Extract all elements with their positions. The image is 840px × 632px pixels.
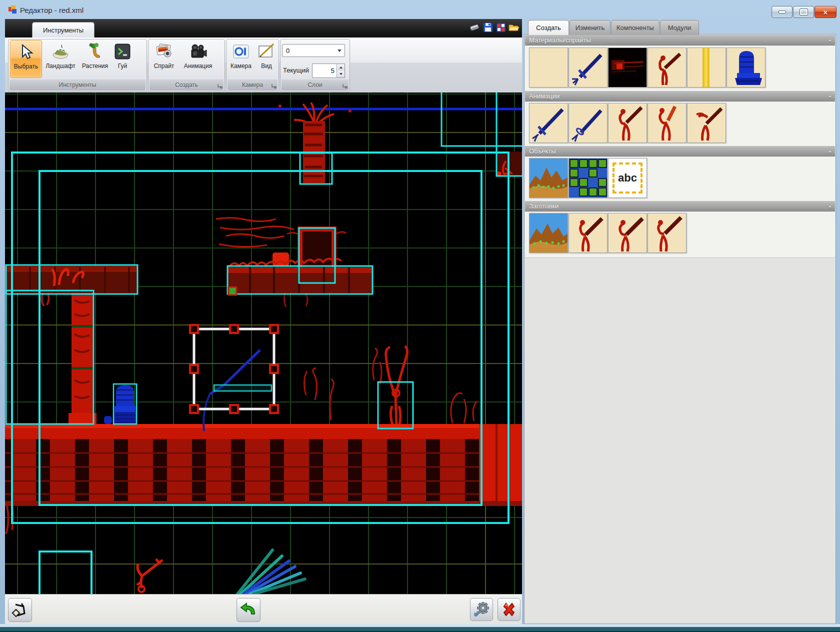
open-folder-icon[interactable]	[508, 22, 520, 33]
title-bar[interactable]: Редактор - red.xml ×	[0, 0, 840, 19]
dialog-launcher-icon[interactable]	[217, 83, 223, 89]
dialog-launcher-icon[interactable]	[271, 83, 277, 89]
plants-tool-label: Растения	[82, 62, 108, 70]
section-header-objects[interactable]: Объекты ▴	[525, 146, 835, 156]
gui-tool-button[interactable]: Гуй	[111, 40, 134, 78]
tab-edit[interactable]: Изменить	[570, 20, 610, 35]
combo-dropdown-icon[interactable]	[335, 46, 344, 56]
section-title: Заготовки	[529, 202, 558, 210]
thumbnail-figure-anim-1[interactable]	[608, 103, 647, 143]
node-tool-icon	[12, 602, 28, 618]
close-icon: ×	[824, 8, 828, 16]
view-tool-button[interactable]: Вид	[256, 40, 277, 78]
group-layers-label: Слои	[282, 80, 348, 90]
camera-tool-button[interactable]: Камера	[226, 40, 256, 78]
section-title: Анимации	[529, 92, 560, 100]
camera-icon	[232, 42, 250, 61]
thumbnail-figure-template-2[interactable]	[608, 213, 647, 253]
landscape-tool-button[interactable]: Ландшафт	[43, 40, 78, 78]
app-icon	[8, 5, 17, 14]
thumbnail-red-figure[interactable]	[648, 48, 686, 88]
group-instruments-label: Инструменты	[10, 80, 146, 90]
thumbnail-red-level[interactable]	[608, 48, 647, 88]
thumbnail-text-object[interactable]: abc	[608, 158, 647, 198]
terminal-icon	[113, 42, 132, 61]
gui-tool-label: Гуй	[118, 62, 127, 70]
collapse-icon[interactable]: ▴	[828, 148, 831, 154]
current-layer-value: 5	[312, 64, 336, 78]
green-handle	[228, 287, 236, 295]
thumbnail-blue-sword[interactable]	[568, 48, 608, 88]
minimize-button[interactable]	[772, 6, 792, 18]
node-tool-button[interactable]	[8, 598, 32, 622]
thumbnail-landscape-object[interactable]	[529, 158, 568, 198]
tab-instruments[interactable]: Инструменты	[32, 22, 94, 38]
tab-components[interactable]: Компоненты	[611, 20, 660, 35]
select-tool-label: Выбрать	[14, 63, 38, 70]
select-tool-button[interactable]: Выбрать	[10, 40, 42, 78]
delete-x-icon	[501, 602, 517, 618]
minimize-icon	[778, 10, 786, 14]
collapse-icon[interactable]: ▴	[828, 38, 831, 42]
section-title: Материалы/спрайты	[529, 36, 591, 44]
clear-icon[interactable]	[469, 22, 481, 33]
thumbnail-figure-anim-3[interactable]	[687, 103, 726, 143]
tab-modules[interactable]: Модули	[660, 20, 699, 35]
thumbnail-figure-template-3[interactable]	[648, 213, 686, 253]
thumbnail-blank-material[interactable]	[529, 48, 568, 88]
layer-combobox-value: 0	[286, 47, 290, 54]
red-figure-sprite	[386, 346, 408, 426]
thumbnail-sword-anim-2[interactable]	[568, 103, 608, 143]
landscape-tool-label: Ландшафт	[46, 62, 76, 70]
collapse-icon[interactable]: ▴	[828, 94, 831, 98]
abc-text: abc	[612, 162, 642, 194]
settings-gear-icon	[473, 601, 490, 618]
section-header-templates[interactable]: Заготовки ▴	[525, 201, 835, 212]
view-icon	[257, 42, 276, 61]
red-scribbles	[216, 218, 294, 246]
thumbnail-sword-anim-1[interactable]	[529, 103, 568, 143]
plant-icon	[86, 42, 104, 61]
thumbnail-blue-throne[interactable]	[726, 48, 766, 88]
plants-tool-button[interactable]: Растения	[79, 40, 111, 78]
landscape-icon	[51, 42, 70, 61]
teal-fan-sprite	[238, 550, 305, 594]
view-tool-label: Вид	[261, 62, 272, 70]
spinner-up-icon[interactable]	[337, 64, 344, 71]
maximize-button[interactable]	[793, 6, 814, 18]
undo-button[interactable]	[236, 598, 260, 622]
section-title: Объекты	[529, 148, 556, 155]
sprite-tool-button[interactable]: Спрайт	[150, 40, 178, 78]
sprite-tool-label: Спрайт	[154, 62, 174, 70]
dialog-launcher-icon[interactable]	[342, 83, 348, 89]
modules-icon[interactable]	[495, 22, 507, 33]
spinner-down-icon[interactable]	[337, 71, 344, 78]
save-icon[interactable]	[482, 22, 494, 33]
group-create-label: Создать	[150, 80, 224, 90]
thumbnail-figure-template-1[interactable]	[568, 213, 608, 253]
section-header-materials[interactable]: Материалы/спрайты ▴	[525, 35, 835, 46]
thumbnail-yellow-stripe[interactable]	[687, 48, 726, 88]
layer-combobox[interactable]: 0	[282, 44, 345, 57]
collapse-icon[interactable]: ▴	[828, 204, 831, 208]
tab-create[interactable]: Создать	[528, 20, 569, 35]
sprite-icon	[154, 42, 174, 61]
thumbnail-landscape-template[interactable]	[529, 213, 568, 253]
active-selection-box	[190, 325, 278, 431]
delete-button[interactable]	[498, 598, 520, 621]
settings-button[interactable]	[470, 598, 493, 621]
animation-tool-label: Анимация	[184, 62, 212, 70]
animation-tool-button[interactable]: Анимация	[179, 40, 217, 78]
window-title: Редактор - red.xml	[20, 6, 84, 14]
level-canvas[interactable]	[5, 92, 522, 594]
canvas-status-strip	[5, 594, 522, 624]
thumbnail-tilemap-object[interactable]	[568, 158, 608, 198]
thumbnail-figure-anim-2[interactable]	[648, 103, 686, 143]
close-button[interactable]: ×	[814, 6, 836, 18]
maximize-icon	[800, 9, 808, 15]
group-camera-label: Камера	[228, 80, 278, 90]
section-header-animations[interactable]: Анимации ▴	[525, 91, 835, 102]
current-layer-spinner[interactable]: 5	[312, 64, 345, 78]
film-camera-icon	[188, 42, 208, 61]
level-art	[5, 92, 522, 594]
